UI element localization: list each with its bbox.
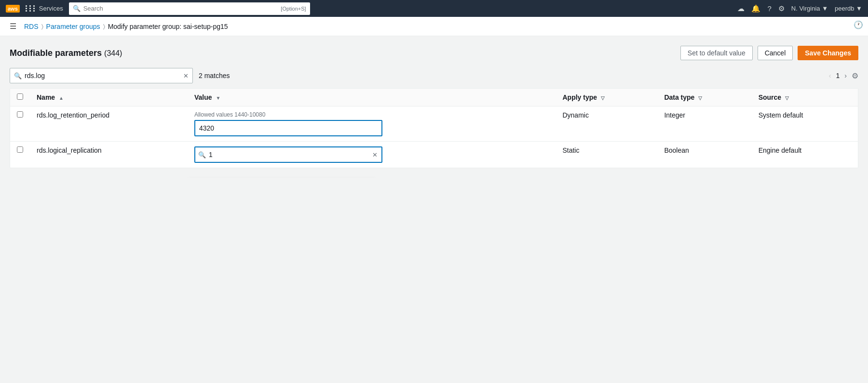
parameters-table-container: Name ▲ Value ▼ Apply type ▽ Data type ▽ <box>10 88 858 168</box>
row1-value-input[interactable] <box>195 124 381 132</box>
page-title: Modifiable parameters (344) <box>10 48 122 58</box>
row2-apply-type: Static <box>562 146 579 154</box>
row2-value-input-wrap[interactable]: 🔍 ✕ <box>194 146 382 163</box>
search-shortcut: [Option+S] <box>281 6 306 12</box>
global-search[interactable]: 🔍 [Option+S] <box>69 2 310 15</box>
row1-allowed-values-label: Allowed values 1440-10080 <box>194 111 549 118</box>
cloud-icon[interactable]: ☁ <box>737 4 745 13</box>
row2-value-cell: 🔍 ✕ Use: "1" 1 <box>188 142 556 168</box>
search-matches: 2 matches <box>199 72 230 79</box>
row1-checkbox[interactable] <box>17 111 23 118</box>
next-page-button[interactable]: › <box>842 71 849 80</box>
row2-data-type-cell: Boolean <box>657 142 751 168</box>
save-changes-button[interactable]: Save Changes <box>798 46 858 60</box>
row1-data-type-cell: Integer <box>657 106 751 142</box>
hamburger-menu[interactable]: ☰ <box>10 22 16 31</box>
secondary-navigation: ☰ RDS 〉 Parameter groups 〉 Modify parame… <box>0 17 868 36</box>
search-input[interactable] <box>83 5 278 12</box>
table-header-row: Name ▲ Value ▼ Apply type ▽ Data type ▽ <box>10 89 858 106</box>
page-title-count: (344) <box>104 49 122 57</box>
breadcrumb-sep-1: 〉 <box>41 23 43 30</box>
aws-logo-text: aws <box>6 5 20 13</box>
row1-name: rds.log_retention_period <box>37 111 109 119</box>
prev-page-button[interactable]: ‹ <box>827 71 833 80</box>
search-clear-icon[interactable]: ✕ <box>183 72 189 79</box>
row1-apply-type-cell: Dynamic <box>556 106 657 142</box>
services-menu[interactable]: Services <box>26 5 63 12</box>
page-number: 1 <box>836 72 840 79</box>
parameter-search-wrap[interactable]: 🔍 ✕ <box>10 68 193 83</box>
row2-search-icon: 🔍 <box>195 151 209 158</box>
row2-value-input[interactable] <box>209 151 368 158</box>
settings-icon[interactable]: ⚙ <box>778 4 785 13</box>
services-grid-icon <box>26 5 36 12</box>
cancel-button[interactable]: Cancel <box>758 46 793 60</box>
breadcrumb-parameter-groups[interactable]: Parameter groups <box>46 23 100 30</box>
value-column-header[interactable]: Value ▼ <box>188 89 556 106</box>
parameter-search-icon: 🔍 <box>14 72 22 79</box>
name-sort-icon: ▲ <box>59 95 64 101</box>
breadcrumb: RDS 〉 Parameter groups 〉 Modify paramete… <box>24 23 228 30</box>
help-icon[interactable]: ? <box>767 4 771 13</box>
table-row: rds.log_retention_period Allowed values … <box>10 106 858 142</box>
services-label: Services <box>39 5 63 12</box>
row2-name-cell: rds.logical_replication <box>30 142 188 168</box>
source-column-header[interactable]: Source ▽ <box>752 89 858 106</box>
row1-source: System default <box>759 111 803 119</box>
breadcrumb-current: Modify parameter group: sai-setup-pg15 <box>108 23 228 30</box>
user-menu[interactable]: peerdb ▼ <box>835 5 862 12</box>
row2-clear-icon[interactable]: ✕ <box>368 151 381 158</box>
row2-apply-type-cell: Static <box>556 142 657 168</box>
source-sort-icon: ▽ <box>785 95 789 101</box>
row1-name-cell: rds.log_retention_period <box>30 106 188 142</box>
search-bar: 🔍 ✕ 2 matches ‹ 1 › ⚙ <box>10 68 858 83</box>
row1-checkbox-cell[interactable] <box>10 106 30 142</box>
data-type-sort-icon: ▽ <box>698 95 702 101</box>
search-icon: 🔍 <box>73 5 81 12</box>
main-content: Modifiable parameters (344) Set to defau… <box>0 36 868 178</box>
region-selector[interactable]: N. Virginia ▼ <box>791 5 828 12</box>
page-header: Modifiable parameters (344) Set to defau… <box>10 46 858 60</box>
data-type-column-header[interactable]: Data type ▽ <box>657 89 751 106</box>
row1-value-cell: Allowed values 1440-10080 <box>188 106 556 142</box>
row1-value-input-wrap[interactable] <box>194 120 382 136</box>
pagination-settings-icon[interactable]: ⚙ <box>852 71 858 80</box>
value-sort-icon: ▼ <box>216 95 220 101</box>
row2-source-cell: Engine default <box>752 142 858 168</box>
row1-apply-type: Dynamic <box>562 111 588 119</box>
top-navigation: aws Services 🔍 [Option+S] ☁ 🔔 ? ⚙ N. Vir… <box>0 0 868 17</box>
row2-checkbox-cell[interactable] <box>10 142 30 168</box>
row2-source: Engine default <box>759 146 802 154</box>
row1-data-type: Integer <box>664 111 685 119</box>
header-actions: Set to default value Cancel Save Changes <box>680 46 858 60</box>
pagination: ‹ 1 › ⚙ <box>827 71 858 80</box>
parameter-search-input[interactable] <box>25 72 180 79</box>
breadcrumb-sep-2: 〉 <box>103 23 105 30</box>
breadcrumb-rds[interactable]: RDS <box>24 23 39 30</box>
row2-name: rds.logical_replication <box>37 146 102 154</box>
row1-source-cell: System default <box>752 106 858 142</box>
bell-icon[interactable]: 🔔 <box>751 4 760 13</box>
parameters-table: Name ▲ Value ▼ Apply type ▽ Data type ▽ <box>10 89 858 168</box>
select-all-header[interactable] <box>10 89 30 106</box>
aws-logo: aws <box>6 5 20 13</box>
name-column-header[interactable]: Name ▲ <box>30 89 188 106</box>
table-row: rds.logical_replication 🔍 ✕ Use: "1" 1 <box>10 142 858 168</box>
row2-checkbox[interactable] <box>17 146 23 153</box>
apply-type-sort-icon: ▽ <box>601 95 605 101</box>
row2-data-type: Boolean <box>664 146 689 154</box>
clock-icon[interactable]: 🕐 <box>854 20 863 29</box>
set-default-value-button[interactable]: Set to default value <box>680 46 753 60</box>
nav-right: ☁ 🔔 ? ⚙ N. Virginia ▼ peerdb ▼ <box>737 4 862 13</box>
select-all-checkbox[interactable] <box>17 93 23 100</box>
apply-type-column-header[interactable]: Apply type ▽ <box>556 89 657 106</box>
